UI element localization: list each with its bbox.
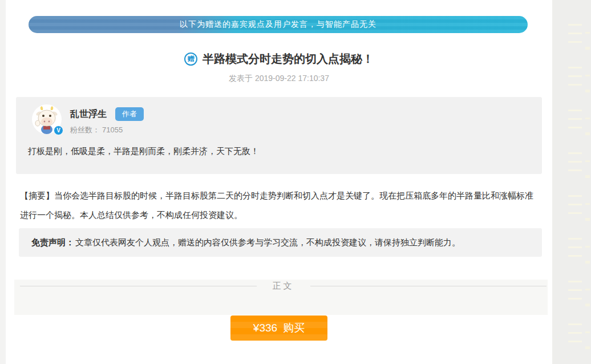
divider-line-right: [310, 286, 547, 286]
author-name[interactable]: 乱世浮生: [70, 108, 107, 120]
gift-notice-banner: 以下为赠送的嘉宾观点及用户发言，与智能产品无关: [29, 16, 528, 33]
fans-count: 71055: [102, 126, 123, 134]
fans-label: 粉丝数：: [70, 126, 100, 134]
verified-icon: V: [54, 126, 63, 135]
author-meta: 乱世浮生 作者 粉丝数：71055: [70, 104, 144, 135]
buy-button[interactable]: ¥336 购买: [230, 316, 327, 341]
buy-label: 购买: [283, 321, 305, 335]
author-row: V 乱世浮生 作者 粉丝数：71055: [27, 104, 531, 135]
disclaimer-box: 免责声明： 文章仅代表网友个人观点，赠送的内容仅供参考与学习交流，不构成投资建议…: [19, 228, 542, 257]
disclaimer-label: 免责声明：: [31, 237, 74, 248]
summary-text: 【摘要】当你会选半路目标股的时候，半路目标股第二天的分时走势判断和切入点才是关键…: [20, 186, 540, 225]
right-watermark-rail: [552, 0, 591, 364]
main-text-divider: 正文: [20, 278, 547, 293]
price: ¥336: [253, 322, 277, 334]
divider-label: 正文: [273, 281, 294, 292]
author-avatar[interactable]: V: [32, 104, 62, 134]
author-role-badge: 作者: [115, 107, 144, 121]
article-title: 半路模式分时走势的切入点揭秘！: [203, 51, 374, 67]
fans-count-row: 粉丝数：71055: [70, 125, 144, 135]
disclaimer-text: 文章仅代表网友个人观点，赠送的内容仅供参考与学习交流，不构成投资建议，请保持独立…: [75, 237, 460, 248]
article-title-row: 赠 半路模式分时走势的切入点揭秘！: [6, 51, 552, 67]
author-quote: 打板是刚，低吸是柔，半路是刚而柔，刚柔并济，天下无敌！: [28, 146, 531, 157]
divider-line-left: [20, 286, 257, 286]
gift-icon: 赠: [184, 52, 197, 66]
banner-text: 以下为赠送的嘉宾观点及用户发言，与智能产品无关: [180, 19, 377, 30]
author-card: V 乱世浮生 作者 粉丝数：71055 打板是刚，低吸是柔，半路是刚而柔，刚柔并…: [16, 97, 542, 174]
left-edge-strip: [0, 0, 6, 364]
page: 以下为赠送的嘉宾观点及用户发言，与智能产品无关 赠 半路模式分时走势的切入点揭秘…: [0, 0, 591, 364]
content-area: 以下为赠送的嘉宾观点及用户发言，与智能产品无关 赠 半路模式分时走势的切入点揭秘…: [6, 0, 552, 364]
publish-date: 发表于 2019-09-22 17:10:37: [6, 74, 552, 84]
